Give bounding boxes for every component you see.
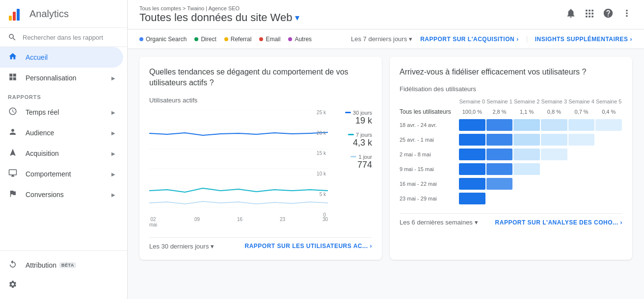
site-title-dropdown[interactable]: ▾ (295, 12, 299, 23)
retention-period-arrow: ▾ (475, 219, 478, 226)
retention-cell-5-1 (486, 193, 513, 204)
acquisition-icon (8, 148, 18, 159)
sidebar-item-audience-label: Audience (26, 129, 54, 137)
breadcrumb-text: Tous les comptes > Twaino | Agence SEO (139, 5, 240, 11)
week-1-header: Semaine 1 (486, 99, 513, 104)
acquisition-bar: Organic Search Direct Referral Email (128, 29, 644, 49)
retention-period-text: Les 6 dernières semaines (400, 219, 473, 226)
y-label-5k: 5 k (320, 192, 326, 197)
legend-referral: Referral (224, 36, 252, 43)
beta-badge: BÉTA (59, 262, 76, 268)
retention-cell-3-1 (486, 163, 513, 175)
retention-row-label-0: 18 avr. - 24 avr. (400, 122, 458, 128)
retention-row-label-4: 16 mai - 22 mai (400, 181, 458, 187)
x-label-16: 16 (237, 217, 242, 227)
retention-data-rows: 18 avr. - 24 avr.25 avr. - 1 mai2 mai - … (400, 119, 622, 204)
topbar-right (565, 8, 632, 21)
app-title: Analytics (29, 8, 69, 20)
search-area[interactable]: Rechercher dans les rapport (0, 28, 127, 47)
sidebar-item-attribution[interactable]: Attribution BÉTA (0, 255, 127, 275)
retention-period-selector[interactable]: Les 6 dernières semaines ▾ (400, 219, 478, 226)
y-axis-labels: 25 k 20 k 15 k 10 k 5 k 0 (317, 110, 328, 218)
retention-cell-2-4 (568, 149, 595, 160)
sidebar-item-conversions[interactable]: Conversions ▶ (0, 184, 123, 205)
acquisition-period-text: Les 7 derniers jours (351, 35, 407, 43)
chevron-right-retention: › (620, 219, 623, 226)
sidebar-header: Analytics (0, 0, 127, 28)
search-icon (8, 33, 17, 42)
site-title: Toutes les données du site Web ▾ (139, 11, 299, 24)
breadcrumb: Tous les comptes > Twaino | Agence SEO (139, 5, 299, 11)
autres-label: Autres (295, 36, 312, 43)
sidebar-item-audience[interactable]: Audience ▶ (0, 123, 123, 143)
organic-search-dot (139, 37, 143, 41)
active-users-chart-title: Utilisateurs actifs (149, 97, 372, 104)
insights-text: INSIGHTS SUPPLÉMENTAIRES (535, 36, 628, 43)
apps-icon[interactable] (584, 8, 595, 21)
legend-30days-label: 30 jours (353, 110, 372, 116)
sidebar-item-settings[interactable] (0, 275, 127, 295)
retention-cell-4-3 (541, 178, 567, 190)
retention-cell-3-5 (595, 163, 622, 175)
line-7days (348, 134, 354, 135)
active-users-period-selector[interactable]: Les 30 derniers jours ▾ (149, 243, 214, 250)
retention-cell-5-5 (595, 193, 622, 204)
active-users-footer: Les 30 derniers jours ▾ RAPPORT SUR LES … (149, 237, 372, 250)
acquisition-period-selector[interactable]: Les 7 derniers jours ▾ (351, 35, 412, 43)
pct-4: 0,7 % (568, 109, 595, 115)
clock-icon (8, 107, 18, 118)
retention-row-2: 2 mai - 8 mai (400, 149, 622, 160)
retention-title: Fidélisation des utilisateurs (400, 85, 622, 93)
retention-cell-0-1 (486, 119, 513, 131)
retention-cell-3-0 (459, 163, 485, 175)
legend-autres: Autres (288, 36, 312, 43)
legend-direct: Direct (194, 36, 216, 43)
acquisition-report-link[interactable]: RAPPORT SUR L'ACQUISITION › (420, 36, 519, 43)
retention-cell-5-3 (541, 193, 567, 204)
sidebar-item-personnalisation[interactable]: Personnalisation ▶ (0, 68, 123, 88)
person-icon (8, 127, 18, 138)
referral-dot (224, 37, 228, 41)
legend-1day: 1 jour 774 (332, 154, 372, 170)
help-icon[interactable] (603, 8, 614, 21)
more-menu-icon[interactable] (621, 8, 632, 21)
legend-1day-label: 1 jour (358, 154, 372, 160)
retention-cell-0-4 (568, 119, 595, 131)
x-label-30: 30 (322, 217, 328, 227)
sidebar: Analytics Rechercher dans les rapport Ac… (0, 0, 128, 299)
x-label-09: 09 (194, 217, 200, 227)
y-label-10k: 10 k (317, 171, 326, 176)
insights-link[interactable]: INSIGHTS SUPPLÉMENTAIRES › (535, 36, 632, 43)
retention-pct-label: Tous les utilisateurs (400, 108, 458, 115)
retention-cell-2-0 (459, 149, 485, 160)
week-0-header: Semaine 0 (458, 99, 486, 104)
active-users-report-link[interactable]: RAPPORT SUR LES UTILISATEURS AC... › (244, 243, 372, 249)
chevron-right-icon-4: ▶ (111, 151, 115, 156)
retention-cell-1-5 (595, 134, 622, 146)
sidebar-item-acquisition[interactable]: Acquisition ▶ (0, 143, 123, 164)
retention-cell-2-5 (595, 149, 622, 160)
retention-cell-5-0 (459, 193, 485, 204)
content-area: Organic Search Direct Referral Email (128, 29, 644, 299)
week-3-header: Semaine 3 (540, 99, 568, 104)
chevron-right-insights: › (630, 36, 633, 43)
sidebar-item-accueil[interactable]: Accueil (0, 47, 123, 68)
retention-report-link[interactable]: RAPPORT SUR L'ANALYSE DES COHO... › (495, 219, 622, 226)
notifications-icon[interactable] (565, 8, 576, 21)
retention-row-label-1: 25 avr. - 1 mai (400, 137, 458, 143)
active-users-card: Quelles tendances se dégagent du comport… (139, 57, 382, 260)
search-placeholder: Rechercher dans les rapport (23, 34, 103, 41)
dropdown-arrow-icon: ▾ (409, 35, 412, 43)
cards-row: Quelles tendances se dégagent du comport… (128, 49, 644, 268)
svg-rect-2 (17, 9, 20, 21)
pct-0: 100,0 % (458, 109, 486, 115)
retention-row-label-2: 2 mai - 8 mai (400, 151, 458, 157)
sidebar-item-temps-reel[interactable]: Temps réel ▶ (0, 102, 123, 123)
chevron-right-icon-3: ▶ (111, 130, 115, 136)
analytics-logo (8, 6, 24, 22)
retention-cell-3-3 (541, 163, 567, 175)
direct-label: Direct (201, 36, 216, 43)
retention-cell-4-1 (486, 178, 513, 190)
retention-cell-3-2 (513, 163, 540, 175)
sidebar-item-comportement[interactable]: Comportement ▶ (0, 164, 123, 184)
